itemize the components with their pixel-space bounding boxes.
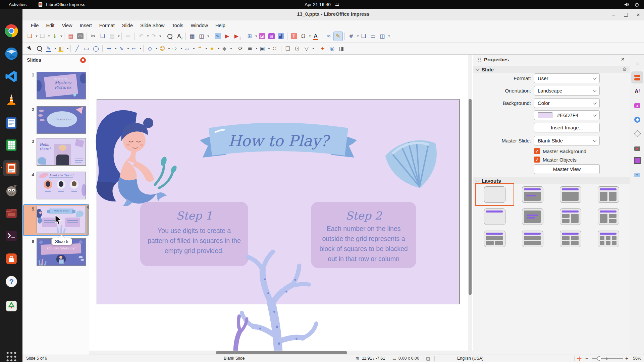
star-shapes-dropdown-icon[interactable]: [218, 48, 220, 49]
background-color-select[interactable]: #E6D7F4: [534, 110, 600, 120]
display-grid-button[interactable]: ▦: [188, 32, 197, 41]
lines-and-arrows-button[interactable]: →: [105, 44, 113, 53]
menu-format[interactable]: Format: [96, 21, 118, 29]
callout-shapes-button[interactable]: ❝: [195, 44, 204, 53]
arrange-button[interactable]: ▣: [258, 44, 267, 53]
image-filter-dropdown-icon[interactable]: [312, 48, 314, 49]
thunderbird-dock-button[interactable]: [3, 45, 19, 62]
trash-dock-button[interactable]: [3, 298, 19, 314]
rectangle-button[interactable]: ▭: [82, 44, 91, 53]
layout-two-content-right-split-button[interactable]: [590, 206, 627, 227]
tab-styles[interactable]: A/: [631, 85, 643, 98]
focused-app-menu[interactable]: LibreOffice Impress: [38, 2, 85, 7]
insert-image-button[interactable]: Insert Image...: [534, 123, 600, 132]
orientation-select[interactable]: Landscape: [534, 86, 600, 96]
tab-gallery[interactable]: ▲: [631, 100, 643, 112]
layout-title-only-button[interactable]: [476, 206, 514, 227]
select-button[interactable]: [25, 44, 34, 53]
distribute-button[interactable]: ∷: [270, 44, 279, 53]
layout-title-six-boxes-button[interactable]: [590, 228, 627, 249]
shadow-button[interactable]: ❏: [283, 44, 292, 53]
new-presentation-button[interactable]: ❏: [25, 32, 34, 41]
help-dock-button[interactable]: ?: [3, 273, 19, 290]
terminal-dock-button[interactable]: [3, 227, 19, 244]
layout-title-content-line-button[interactable]: [514, 184, 551, 205]
tab-master-slides[interactable]: ✎: [631, 169, 643, 181]
slide-section-header[interactable]: Slide ⚙: [473, 66, 630, 73]
master-slide-select[interactable]: Blank Slide: [534, 136, 600, 145]
slide-3-thumbnail[interactable]: Hello there!: [37, 138, 86, 166]
slide-4-thumbnail[interactable]: Meet the Team!: [37, 172, 86, 199]
zoom-level[interactable]: 56%: [633, 356, 641, 361]
layouts-section-header[interactable]: Layouts: [473, 177, 630, 184]
chrome-dock-button[interactable]: [3, 22, 19, 39]
properties-close-button[interactable]: ✕: [621, 57, 625, 62]
insert-text-box-button[interactable]: T: [289, 32, 298, 41]
star-shapes-button[interactable]: ★: [208, 44, 216, 53]
layout-title-content-button[interactable]: [552, 184, 589, 205]
libreoffice-calc-dock-button[interactable]: [3, 137, 19, 153]
start-from-first-slide-button[interactable]: ▶: [223, 32, 231, 41]
start-from-current-slide-button[interactable]: ▶|: [232, 32, 241, 41]
close-button[interactable]: ✕: [634, 11, 642, 19]
flowchart-shapes-button[interactable]: ▱: [183, 44, 192, 53]
libreoffice-impress-dock-button[interactable]: [3, 160, 19, 176]
insert-chart-button[interactable]: ▟: [276, 32, 285, 41]
slides-panel-close-button[interactable]: ✕: [80, 57, 86, 63]
activities-button[interactable]: Activities: [9, 2, 26, 7]
layout-title-four-boxes-button[interactable]: [552, 228, 589, 249]
slide-item-3[interactable]: 3Hello there!: [24, 137, 87, 168]
insert-hyperlink-button[interactable]: ∞: [324, 32, 333, 41]
panel-splitter-arrow[interactable]: [86, 205, 89, 209]
print-button[interactable]: ▭: [76, 32, 85, 41]
rotate-button[interactable]: ⟳: [236, 44, 245, 53]
insert-table-dropdown-icon[interactable]: [255, 36, 257, 37]
helplines-while-moving-button[interactable]: #: [347, 32, 356, 41]
cut-button[interactable]: ✂: [89, 32, 98, 41]
slide-layout-button[interactable]: ◫: [378, 32, 387, 41]
insert-image-button[interactable]: ◪: [258, 32, 266, 41]
3d-objects-dropdown-icon[interactable]: [230, 48, 232, 49]
tab-slide-transition[interactable]: ▶: [631, 142, 643, 155]
master-slide-button[interactable]: ✎: [213, 32, 222, 41]
document-modified-icon[interactable]: [426, 356, 430, 361]
insert-special-character-button[interactable]: Ω: [299, 32, 308, 41]
sidebar-menu-button[interactable]: ≡: [631, 57, 643, 69]
toggle-extrusion-button[interactable]: ◨: [337, 44, 346, 53]
coral-illustration[interactable]: [215, 226, 343, 355]
slide-2-thumbnail[interactable]: Introduction: [37, 106, 86, 134]
layout-two-content-left-split-button[interactable]: [552, 206, 589, 227]
undo-dropdown-icon[interactable]: [147, 36, 149, 37]
paste-button[interactable]: ▤: [108, 32, 116, 41]
insert-table-button[interactable]: ⊞: [245, 32, 254, 41]
tab-animation[interactable]: [631, 155, 643, 167]
menu-view[interactable]: View: [58, 21, 76, 29]
save-dropdown-icon[interactable]: [60, 36, 62, 37]
curves-and-polygons-button[interactable]: ∿: [117, 44, 126, 53]
zoom-out-button[interactable]: −: [585, 355, 588, 361]
open-dropdown-icon[interactable]: [48, 36, 50, 37]
master-slide-name[interactable]: Blank Slide: [224, 356, 245, 361]
vlc-dock-button[interactable]: [3, 91, 19, 108]
menu-help[interactable]: Help: [212, 21, 229, 29]
vscode-dock-button[interactable]: [3, 68, 19, 84]
curves-and-polygons-dropdown-icon[interactable]: [127, 48, 129, 49]
mermaid-illustration[interactable]: [89, 100, 184, 206]
line-color-dropdown-icon[interactable]: [54, 48, 56, 49]
layout-title-row-two-boxes-button[interactable]: [476, 228, 514, 249]
lines-and-arrows-dropdown-icon[interactable]: [115, 48, 117, 49]
volume-icon[interactable]: [624, 2, 629, 7]
title-banner[interactable]: How to Play?: [198, 115, 359, 165]
paste-dropdown-icon[interactable]: [118, 36, 120, 37]
find-and-replace-button[interactable]: [165, 32, 174, 41]
master-view-button[interactable]: Master View: [534, 164, 600, 174]
shell-illustration[interactable]: [378, 128, 450, 195]
menu-edit[interactable]: Edit: [42, 21, 58, 29]
menu-slide-show[interactable]: Slide Show: [137, 21, 168, 29]
symbol-shapes-button[interactable]: ☺: [158, 44, 167, 53]
insert-fontwork-button[interactable]: A: [311, 32, 320, 41]
export-pdf-button[interactable]: ▤: [66, 32, 75, 41]
maximize-button[interactable]: [622, 11, 630, 19]
files-dock-button[interactable]: [3, 205, 19, 222]
slide-1-thumbnail[interactable]: REVEALINGMystery Pictures: [37, 72, 86, 99]
